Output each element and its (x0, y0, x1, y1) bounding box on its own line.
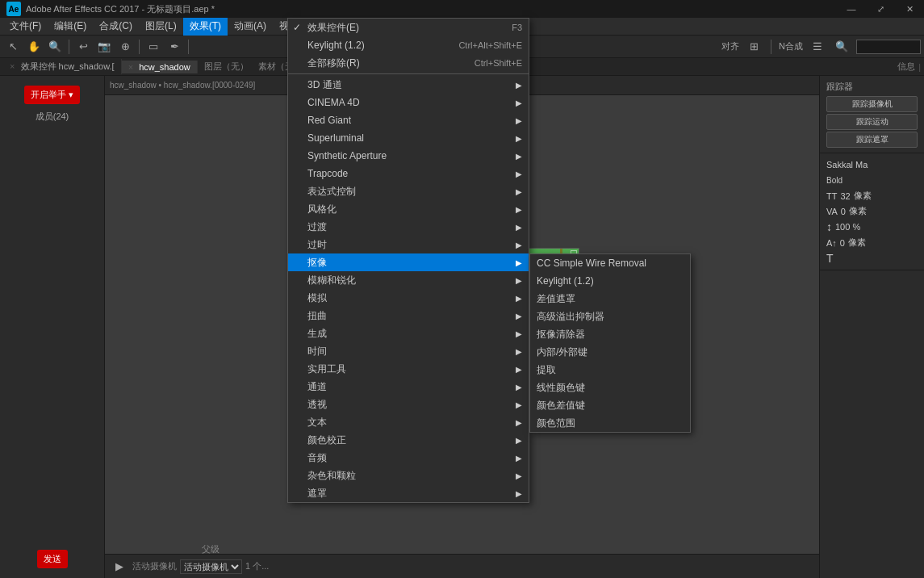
distort-item[interactable]: 扭曲 ▶ (288, 307, 529, 325)
menu-file[interactable]: 文件(F) (3, 18, 48, 36)
color-range-item[interactable]: 颜色范围 (530, 414, 690, 432)
align-icon[interactable]: ⊞ (744, 37, 763, 57)
rotation-tool[interactable]: ↩ (73, 37, 93, 57)
obsolete-item[interactable]: 过时 ▶ (288, 236, 529, 253)
menu-animation[interactable]: 动画(A) (228, 18, 273, 36)
utility-item[interactable]: 实用工具 ▶ (288, 360, 529, 378)
toolbar-sep-4 (771, 40, 771, 54)
toolbar-sep-1 (69, 40, 69, 54)
camera-select[interactable]: 活动摄像机 (180, 559, 242, 574)
menu-layer[interactable]: 图层(L) (139, 18, 183, 36)
menu-effects[interactable]: 效果(T) (183, 18, 228, 36)
submenu-arrow-cc: ▶ (516, 436, 522, 445)
generate-item[interactable]: 生成 ▶ (288, 325, 529, 342)
rect-tool[interactable]: ▭ (144, 37, 163, 57)
n-composition-label: N合成 (779, 40, 803, 52)
effects-control-item[interactable]: ✓ 效果控件(E) F3 (288, 19, 529, 36)
font-size-unit: 像素 (854, 190, 872, 202)
difference-matte-item[interactable]: 差值遮罩 (530, 290, 690, 308)
parent-column: 父级 (202, 543, 220, 555)
keylight-recent-item[interactable]: Keylight (1.2) Ctrl+Alt+Shift+E (288, 36, 529, 54)
audio-item[interactable]: 音频 ▶ (288, 449, 529, 467)
composition-tab[interactable]: × hcw_shadow (122, 61, 198, 73)
submenu-arrow: ▶ (516, 81, 522, 90)
color-difference-key-item[interactable]: 颜色差值键 (530, 396, 690, 414)
submenu-arrow-cinema: ▶ (516, 98, 522, 107)
track-motion-button[interactable]: 跟踪运动 (826, 114, 918, 130)
menu-separator-1 (288, 73, 529, 74)
close-button[interactable]: ✕ (895, 0, 924, 18)
effects-control-tab[interactable]: × 效果控件 hcw_shadow.[ (3, 59, 122, 74)
color-correct-item[interactable]: 颜色校正 ▶ (288, 431, 529, 449)
cc-wire-removal-item[interactable]: CC Simple Wire Removal (530, 254, 690, 272)
noise-grain-item[interactable]: 杂色和颗粒 ▶ (288, 467, 529, 484)
blur-sharpen-item[interactable]: 模糊和锐化 ▶ (288, 271, 529, 289)
submenu-arrow-txt: ▶ (516, 418, 522, 427)
send-button[interactable]: 发送 (37, 550, 68, 568)
transition-item[interactable]: 过渡 ▶ (288, 218, 529, 236)
track-camera-button[interactable]: 跟踪摄像机 (826, 96, 918, 112)
synthetic-aperture-item[interactable]: Synthetic Aperture ▶ (288, 147, 529, 165)
minimize-button[interactable]: — (837, 0, 866, 18)
stylize-item[interactable]: 风格化 ▶ (288, 200, 529, 218)
scale-value: 100 % (835, 222, 860, 232)
viewer-controls: ▶ 活动摄像机 活动摄像机 1 个... (105, 554, 819, 578)
composition-name-label: hcw_shadow • hcw_shadow.[0000-0249] (110, 81, 255, 90)
tracking-header: 跟踪器 (823, 79, 921, 94)
toolbar-sep-2 (139, 40, 140, 54)
superluminal-item[interactable]: Superluminal ▶ (288, 129, 529, 147)
time-item[interactable]: 时间 ▶ (288, 342, 529, 360)
submenu-arrow-bs: ▶ (516, 276, 522, 285)
title-bar: Ae Adobe After Effects CC 2017 - 无标题项目.a… (0, 0, 924, 18)
search-icon[interactable]: 🔍 (832, 37, 851, 57)
start-handshake-button[interactable]: 开启举手 ▾ (24, 86, 80, 104)
play-button[interactable]: ▶ (110, 557, 129, 576)
keying-cleaner-item[interactable]: 抠像清除器 (530, 325, 690, 343)
simulate-item[interactable]: 模拟 ▶ (288, 289, 529, 307)
track-mask-button[interactable]: 跟踪遮罩 (826, 132, 918, 148)
tracking-section: 跟踪器 跟踪摄像机 跟踪运动 跟踪遮罩 (820, 76, 924, 153)
hand-tool[interactable]: ✋ (24, 37, 44, 57)
font-size-label: TT (826, 191, 837, 201)
keying-item[interactable]: 抠像 ▶ (288, 253, 529, 271)
linear-color-key-item[interactable]: 线性颜色键 (530, 379, 690, 396)
select-tool[interactable]: ↖ (3, 37, 23, 57)
inner-outer-key-item[interactable]: 内部/外部键 (530, 343, 690, 361)
expression-item[interactable]: 表达式控制 ▶ (288, 182, 529, 200)
3d-channel-item[interactable]: 3D 通道 ▶ (288, 76, 529, 94)
menu-compose[interactable]: 合成(C) (93, 18, 139, 36)
workspace-icon[interactable]: ☰ (808, 37, 827, 57)
scale-icon: ↕ (826, 220, 832, 233)
remove-all-item[interactable]: 全部移除(R) Ctrl+Shift+E (288, 54, 529, 72)
keylight-item[interactable]: Keylight (1.2) (530, 272, 690, 290)
pen-tool[interactable]: ✒ (165, 37, 184, 57)
submenu-arrow-mat: ▶ (516, 489, 522, 498)
submenu-arrow-sa: ▶ (516, 152, 522, 161)
submenu-arrow-ex: ▶ (516, 187, 522, 196)
advanced-spill-item[interactable]: 高级溢出抑制器 (530, 308, 690, 325)
cinema4d-item[interactable]: CINEMA 4D ▶ (288, 94, 529, 111)
pan-tool[interactable]: ⊕ (115, 37, 135, 57)
active-camera-label: 活动摄像机 (132, 560, 177, 572)
right-panel: 跟踪器 跟踪摄像机 跟踪运动 跟踪遮罩 Sakkal Ma Bold TT 32… (819, 76, 924, 578)
text-item[interactable]: 文本 ▶ (288, 413, 529, 431)
matte-item[interactable]: 遮罩 ▶ (288, 484, 529, 502)
channel-item[interactable]: 通道 ▶ (288, 378, 529, 396)
search-input[interactable] (856, 40, 921, 54)
camera-tool[interactable]: 📷 (94, 37, 114, 57)
submenu-arrow-dis: ▶ (516, 312, 522, 320)
font-section: Sakkal Ma Bold TT 32 像素 VA 0 像素 ↕ 100 % … (820, 153, 924, 270)
red-giant-item[interactable]: Red Giant ▶ (288, 111, 529, 129)
baseline-icon: A↑ (826, 238, 837, 248)
menu-edit[interactable]: 编辑(E) (48, 18, 93, 36)
zoom-tool[interactable]: 🔍 (45, 37, 65, 57)
maximize-button[interactable]: ⤢ (866, 0, 895, 18)
extract-item[interactable]: 提取 (530, 361, 690, 379)
text-icon: T (826, 252, 834, 265)
toolbar-sep-3 (188, 40, 189, 54)
perspective-item[interactable]: 透视 ▶ (288, 396, 529, 413)
window-controls: — ⤢ ✕ (837, 0, 924, 18)
trapcode-item[interactable]: Trapcode ▶ (288, 165, 529, 182)
font-name: Sakkal Ma (823, 157, 921, 173)
submenu-arrow-ng: ▶ (516, 471, 522, 480)
